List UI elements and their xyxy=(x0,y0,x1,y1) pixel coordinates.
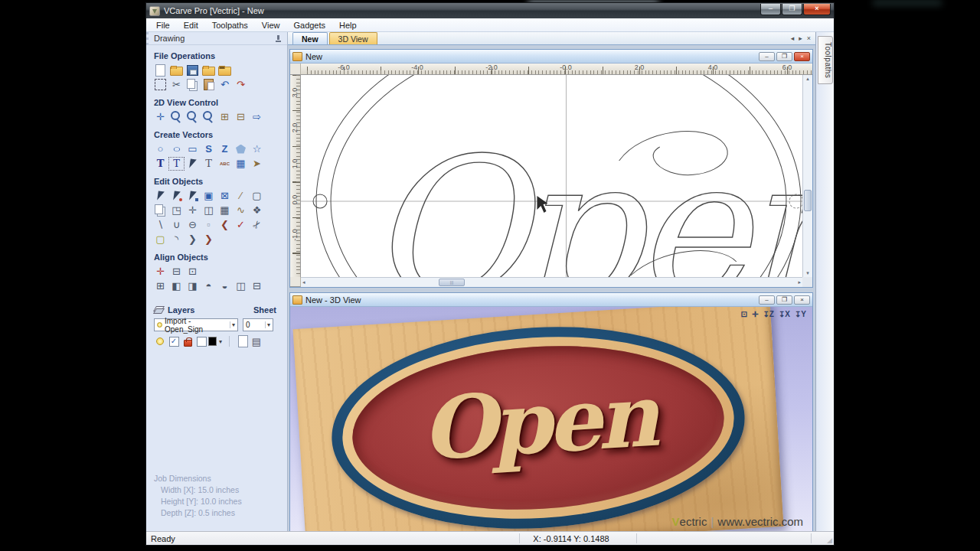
text-on-curve-icon[interactable]: ABC xyxy=(217,157,233,171)
new-file-icon[interactable] xyxy=(152,64,168,77)
fillet-icon[interactable]: ∖ xyxy=(152,218,168,232)
view-along-x-icon[interactable]: ↧X xyxy=(779,310,790,318)
window-2d-maximize-button[interactable]: ❐ xyxy=(776,52,792,61)
redo-icon[interactable]: ↷ xyxy=(233,78,249,92)
window-3d-maximize-button[interactable]: ❐ xyxy=(776,295,792,305)
open-file-icon[interactable] xyxy=(168,64,185,77)
drawing-canvas-2d[interactable]: Open xyxy=(301,75,802,277)
cut-icon[interactable]: ✂ xyxy=(168,78,185,92)
pin-icon[interactable] xyxy=(275,34,282,43)
edit-text-icon[interactable] xyxy=(185,157,201,171)
layer-toolbar-separator[interactable] xyxy=(222,334,236,348)
layer-lock-icon[interactable] xyxy=(181,334,194,348)
align-center-icon[interactable]: ✛ xyxy=(152,265,168,279)
create-text-icon[interactable]: T xyxy=(152,157,168,171)
viewport-3d[interactable]: Open ⊡✛↧Z↧X↧Y Vectric | xyxy=(290,307,812,531)
align-left-icon[interactable]: ◧ xyxy=(168,279,185,293)
align-center-v-icon[interactable]: ⊟ xyxy=(249,279,265,293)
window-3d-close-button[interactable]: × xyxy=(794,295,810,305)
view-down-z-icon[interactable]: ↧Z xyxy=(763,310,774,318)
vertical-scrollbar-2d[interactable]: ▴ ▾ xyxy=(802,75,812,277)
align-h-middle-icon[interactable]: ⊟ xyxy=(168,265,185,279)
align-v-middle-icon[interactable]: ⊡ xyxy=(185,265,201,279)
export-vectors-icon[interactable] xyxy=(217,64,233,77)
sheet-select[interactable]: 0 ▾ xyxy=(243,318,273,331)
layer-color-swatch[interactable] xyxy=(208,334,222,348)
zoom-interactive-icon[interactable] xyxy=(168,110,185,124)
measure-icon[interactable]: ∕ xyxy=(233,189,249,203)
tab-close-icon[interactable]: × xyxy=(807,34,811,42)
tab-new-2d[interactable]: New xyxy=(292,32,328,44)
title-bar[interactable]: VCarve Pro [Vectric] - New – ❐ × xyxy=(146,3,834,18)
toolpaths-tab[interactable]: Toolpaths xyxy=(818,36,833,84)
node-edit-icon[interactable] xyxy=(168,189,185,203)
layer-visibility-bulb-icon[interactable] xyxy=(153,334,167,348)
bezier-fit-icon[interactable]: ❯ xyxy=(201,233,217,246)
freehand-draw-icon[interactable]: ➤ xyxy=(249,157,265,171)
text-box-icon[interactable]: T xyxy=(168,157,185,171)
distort-icon[interactable]: ▢ xyxy=(249,189,265,203)
vertical-scroll-thumb[interactable] xyxy=(804,190,812,211)
draw-curve-icon[interactable]: Z xyxy=(217,142,233,156)
menu-edit[interactable]: Edit xyxy=(177,21,205,30)
align-top-icon[interactable]: ◓ xyxy=(201,279,217,293)
draw-circle-icon[interactable]: ○ xyxy=(152,142,168,156)
window-2d-title-bar[interactable]: New – ❐ × xyxy=(290,50,812,64)
nesting-icon[interactable]: ❖ xyxy=(249,204,265,217)
subtract-icon[interactable]: ⊖ xyxy=(185,218,201,232)
import-vectors-icon[interactable] xyxy=(201,64,217,77)
scroll-right-icon[interactable]: ▸ xyxy=(798,279,801,285)
scroll-up-icon[interactable]: ▴ xyxy=(803,76,812,82)
draw-star-icon[interactable]: ☆ xyxy=(249,142,265,156)
group-icon[interactable]: ▣ xyxy=(201,189,217,203)
weld-icon[interactable]: ∪ xyxy=(168,218,185,232)
origin-axes-icon[interactable]: ✛ xyxy=(752,310,758,318)
offset-icon[interactable] xyxy=(152,204,168,217)
join-open-vectors-icon[interactable]: ▢ xyxy=(152,233,168,246)
menu-file[interactable]: File xyxy=(149,21,177,30)
menu-gadgets[interactable]: Gadgets xyxy=(286,21,332,30)
draw-polyline-icon[interactable]: S xyxy=(201,142,217,156)
scroll-down-icon[interactable]: ▾ xyxy=(803,270,812,276)
resize-grip-icon[interactable]: ◢ xyxy=(827,536,832,544)
tab-3d-view[interactable]: 3D View xyxy=(329,32,377,44)
sign-text-vector[interactable]: Open xyxy=(367,116,802,277)
copy-icon[interactable] xyxy=(185,78,201,92)
center-in-material-icon[interactable]: ⊞ xyxy=(152,279,168,293)
minimize-button[interactable]: – xyxy=(760,4,781,15)
draw-rectangle-icon[interactable]: ▭ xyxy=(185,142,201,156)
draw-ellipse-icon[interactable]: ○ xyxy=(168,142,185,156)
window-2d-close-button[interactable]: × xyxy=(794,52,810,61)
layer-select-arrow-icon[interactable]: ▾ xyxy=(230,321,235,328)
save-file-icon[interactable] xyxy=(185,64,201,77)
layer-active-checkbox[interactable] xyxy=(194,334,208,348)
tab-scroll-left-icon[interactable]: ◂ xyxy=(791,34,795,42)
undo-icon[interactable]: ↶ xyxy=(217,78,233,92)
text-spacing-icon[interactable]: T xyxy=(201,157,217,171)
transform-icon[interactable] xyxy=(185,189,201,203)
move-icon[interactable]: ✛ xyxy=(185,204,201,217)
draw-polygon-icon[interactable] xyxy=(233,142,249,156)
menu-help[interactable]: Help xyxy=(332,21,364,30)
vector-texture-icon[interactable]: ▦ xyxy=(233,157,249,171)
ungroup-icon[interactable]: ⊠ xyxy=(217,189,233,203)
scale-icon[interactable]: ◳ xyxy=(168,204,185,217)
paste-icon[interactable] xyxy=(201,78,217,92)
snap-fit-icon[interactable]: ✓ xyxy=(233,218,249,232)
cut-vector-icon[interactable]: ✂ xyxy=(249,218,265,232)
view-along-y-icon[interactable]: ↧Y xyxy=(795,310,806,318)
menu-view[interactable]: View xyxy=(255,21,287,30)
select-tool-icon[interactable] xyxy=(152,189,168,203)
horizontal-scroll-thumb[interactable]: ||| xyxy=(439,279,465,286)
sheet-select-arrow-icon[interactable]: ▾ xyxy=(265,321,270,328)
arc-fit-icon[interactable]: ◝ xyxy=(168,233,185,246)
align-right-icon[interactable]: ◨ xyxy=(185,279,201,293)
zoom-box-icon[interactable] xyxy=(185,110,201,124)
zoom-width-icon[interactable]: ⊟ xyxy=(233,110,249,124)
close-button[interactable]: × xyxy=(803,4,831,15)
curve-fit-icon[interactable]: ❯ xyxy=(185,233,201,246)
array-copy-icon[interactable]: ▦ xyxy=(217,204,233,217)
pan-icon[interactable]: ✛ xyxy=(152,110,168,124)
maximize-button[interactable]: ❐ xyxy=(782,4,802,15)
mirror-icon[interactable]: ◫ xyxy=(201,204,217,217)
